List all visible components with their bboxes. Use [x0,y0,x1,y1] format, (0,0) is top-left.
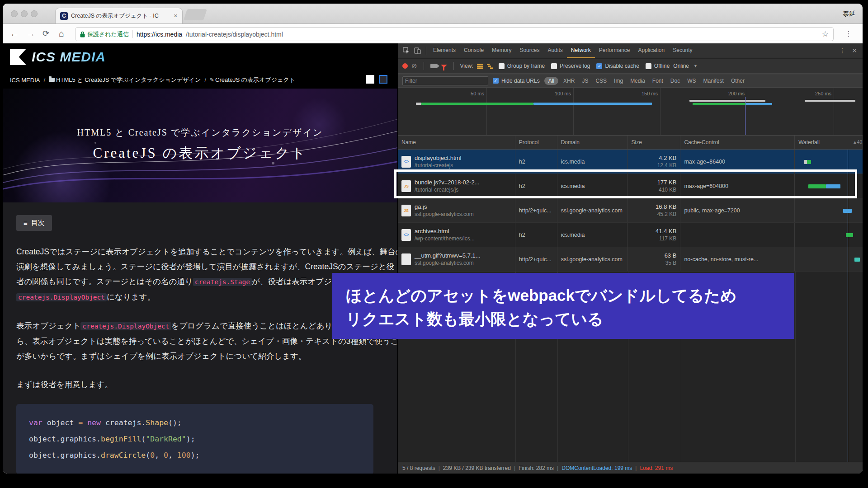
filter-type-css[interactable]: CSS [593,77,609,85]
devtools-tab-application[interactable]: Application [634,43,669,58]
devtools-tab-console[interactable]: Console [460,43,488,58]
breadcrumb-item[interactable]: HTML5 と CreateJS で学ぶインタラクションデザイン [49,76,201,84]
tab-close-icon[interactable]: ✕ [174,13,178,19]
inspect-element-icon[interactable] [401,46,411,56]
dark-layout-button[interactable] [379,75,387,84]
column-header-name[interactable]: Name [398,136,515,149]
toc-button[interactable]: ≡ 目次 [16,215,52,231]
devtools-tab-security[interactable]: Security [669,43,696,58]
timeline-bar [746,103,772,105]
size-transferred: 63 B [665,252,677,259]
site-logo[interactable]: ICS MEDIA [10,49,106,65]
hide-data-urls-checkbox[interactable]: ✓ Hide data URLs [493,78,540,84]
waterfall-sort-indicator: ▲40 [853,136,862,149]
throttling-dropdown[interactable]: Online ▼ [673,63,698,69]
forward-icon[interactable]: → [26,24,35,43]
browser-window: C CreateJS の表示オブジェクト - IC ✕ 泰延 ← → ⟳ ⌂ 保… [3,4,863,474]
waterfall-view-icon[interactable] [487,64,493,69]
back-icon[interactable]: ← [10,24,19,43]
clear-icon[interactable]: ⊘ [411,62,417,70]
filter-type-ws[interactable]: WS [685,77,698,85]
request-table: <>displayobject.html/tutorial-createjsh2… [398,150,863,272]
code-line: object.graphics.drawCircle(0, 0, 100); [29,447,361,464]
devtools-tab-elements[interactable]: Elements [429,43,460,58]
list-view-icon[interactable] [477,64,483,69]
url-bar[interactable]: 保護された通信 https://ics.media /tutorial-crea… [75,27,834,41]
filter-type-doc[interactable]: Doc [668,77,682,85]
offline-checkbox[interactable]: Offline [646,63,670,69]
group-by-frame-checkbox[interactable]: Group by frame [499,63,545,69]
reload-icon[interactable]: ⟳ [42,24,49,43]
light-layout-button[interactable] [366,75,374,84]
window-close-button[interactable] [11,10,18,17]
browser-tab[interactable]: C CreateJS の表示オブジェクト - IC ✕ [55,8,183,23]
paragraph-2: 表示オブジェクトcreatejs.DisplayObjectをプログラムで直接使… [16,319,384,364]
window-zoom-button[interactable] [31,10,38,17]
checkbox-label: Disable cache [605,63,639,69]
column-header-domain[interactable]: Domain [557,136,628,149]
filter-type-img[interactable]: Img [612,77,625,85]
filter-type-media[interactable]: Media [628,77,647,85]
column-header-cachecontrol[interactable]: Cache-Control [680,136,795,149]
request-name: archives.html [415,228,475,235]
device-toolbar-icon[interactable] [412,46,422,56]
devtools-tab-memory[interactable]: Memory [488,43,515,58]
domain-cell: ics.media [557,223,628,247]
filter-type-xhr[interactable]: XHR [561,77,577,85]
text-line: が多いからです。まずはシェイプを例に表示オブジェクトについて紹介します。 [16,349,384,364]
filter-type-other[interactable]: Other [729,77,747,85]
ics-logo-icon [10,49,26,65]
protocol: http/2+quic... [519,256,557,263]
folder-icon [49,78,55,82]
divider [426,47,426,55]
text-line: 者の関係も同じです。ステージとはその名の通りcreatejs.Stageが、役者… [16,274,384,290]
devtools-tab-network[interactable]: Network [567,43,595,58]
column-header-protocol[interactable]: Protocol [515,136,557,149]
size-resource: 45.2 KB [657,211,677,217]
status-item: Finish: 282 ms [519,465,554,471]
throttling-value: Online [673,63,689,69]
filter-type-all[interactable]: All [544,77,558,85]
bookmark-star-icon[interactable]: ☆ [822,29,829,39]
filter-input[interactable] [402,76,488,85]
layout-toggle-buttons [366,75,387,84]
timeline-bar [533,103,652,105]
devtools-tab-audits[interactable]: Audits [543,43,566,58]
new-tab-button[interactable] [184,9,207,20]
profile-name[interactable]: 泰延 [843,4,855,23]
filter-type-font[interactable]: Font [650,77,665,85]
request-row-ga.js[interactable]: JSga.jsssl.google-analytics.comhttp/2+qu… [398,198,863,223]
disable-cache-checkbox[interactable]: ✓Disable cache [596,63,639,69]
column-header-size[interactable]: Size [628,136,681,149]
secure-badge[interactable]: 保護された通信 [80,30,129,38]
request-path: /tutorial-createjs [415,162,461,169]
file-html-icon: <> [401,229,411,241]
timeline-overview[interactable]: 50 ms100 ms150 ms200 ms250 ms [398,88,863,136]
browser-menu-icon[interactable]: ⋮ [845,24,853,43]
tab-title: CreateJS の表示オブジェクト - IC [71,12,170,20]
breadcrumb-item[interactable]: ✎CreateJS の表示オブジェクト [210,76,295,84]
devtools-close-icon[interactable]: ✕ [852,47,857,54]
devtools-tab-bar: ElementsConsoleMemorySourcesAuditsNetwor… [398,43,863,58]
column-header-waterfall[interactable]: Waterfall▲40 [795,136,863,149]
devtools-tab-performance[interactable]: Performance [595,43,634,58]
home-icon[interactable]: ⌂ [59,24,64,43]
window-minimize-button[interactable] [21,10,28,17]
capture-screenshots-icon[interactable] [430,64,437,68]
text-line: 演劇を想像してみましょう。ステージに役者が登場して演目が披露されますが、Crea… [16,259,384,274]
edit-icon: ✎ [210,77,214,83]
timeline-bar [689,100,765,102]
preserve-log-checkbox[interactable]: Preserve log [551,63,590,69]
record-button[interactable] [402,63,408,69]
devtools-menu-icon[interactable]: ⋮ [839,47,845,54]
breadcrumb-item[interactable]: ICS MEDIA [10,77,40,84]
filter-funnel-icon[interactable] [441,65,447,68]
content-area: ICS MEDIA ICS MEDIA/HTML5 と CreateJS で学ぶ… [3,43,863,474]
devtools-tab-sources[interactable]: Sources [515,43,543,58]
filter-type-manifest[interactable]: Manifest [701,77,726,85]
request-row-archives.html[interactable]: <>archives.html/wp-content/themes/ics...… [398,223,863,247]
timeline-gridline [486,88,487,135]
request-row-__utm.gif[interactable]: __utm.gif?utmwv=5.7.1...ssl.google-analy… [398,247,863,272]
filter-type-js[interactable]: JS [580,77,590,85]
checkbox-checked-icon: ✓ [596,63,602,69]
